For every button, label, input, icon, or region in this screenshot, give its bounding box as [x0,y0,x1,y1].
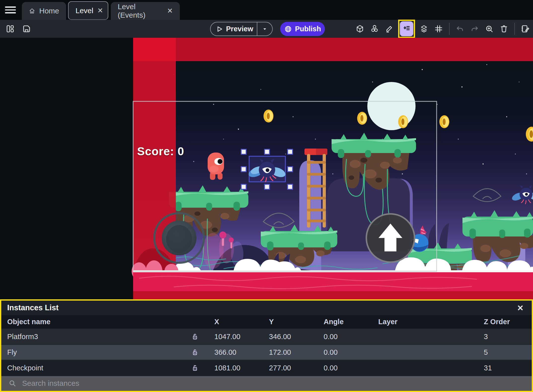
layers-icon [419,24,428,33]
column-header-angle[interactable]: Angle [317,318,371,326]
divider [514,23,515,35]
redo-button[interactable] [469,23,480,35]
scene-properties-icon [521,24,530,33]
chevron-down-icon [262,26,268,32]
instance-z-order: 31 [477,364,532,372]
preview-label: Preview [226,25,253,33]
canvas-outer-background [0,38,133,299]
edit-pencil-icon [385,24,394,33]
panel-title: Instances List [7,303,59,312]
red-band-top [133,38,533,61]
undo-icon [456,24,464,33]
layers-button[interactable] [418,23,430,35]
instance-angle: 0.00 [317,333,371,341]
zoom-in-button[interactable] [484,23,495,35]
close-tab-icon[interactable]: ✕ [97,7,103,14]
instances-list-button-highlighted[interactable] [398,20,415,38]
column-header-y[interactable]: Y [262,318,317,326]
bottom-band-upper [133,272,533,291]
coin-instance[interactable] [398,115,408,128]
unlock-icon [191,363,199,373]
object-groups-icon [370,24,379,33]
instance-y: 346.00 [262,333,317,341]
instance-name: Checkpoint [1,364,183,372]
instance-x: 1081.00 [207,364,262,372]
globe-icon [284,25,292,33]
trash-icon [499,24,508,33]
instance-angle: 0.00 [317,348,371,356]
delete-button[interactable] [498,23,510,35]
red-strip-bright [133,38,176,61]
table-row-platform3[interactable]: Platform3 1047.00 346.00 0.00 3 [1,329,532,344]
object-cube-icon [355,24,364,33]
tab-label: Home [39,7,59,15]
scene-editor-canvas[interactable]: Score: 0 22;723 [0,38,533,299]
column-header-object-name[interactable]: Object name [1,318,183,326]
scene-properties-button[interactable] [520,23,531,35]
lock-toggle[interactable] [183,332,207,341]
column-header-x[interactable]: X [207,318,262,326]
save-icon [22,24,31,33]
lock-toggle[interactable] [183,363,207,373]
tab-label: Level (Events) [118,2,163,19]
instance-z-order: 3 [477,333,532,341]
table-row-checkpoint[interactable]: Checkpoint 1081.00 277.00 0.00 31 [1,360,532,375]
tab-home[interactable]: Home [22,2,66,20]
instance-z-order: 5 [477,348,532,356]
instance-y: 172.00 [262,348,317,356]
publish-label: Publish [295,25,321,33]
moon[interactable] [367,82,416,130]
joystick-instance[interactable] [154,213,204,263]
play-icon [215,25,224,33]
lock-toggle[interactable] [183,348,207,357]
search-instances-input[interactable] [22,379,529,388]
tab-label: Level [76,6,93,15]
tab-level[interactable]: Level ✕ [68,1,108,20]
coin-instance[interactable] [264,110,273,122]
layout-panels-icon [6,24,15,33]
tab-bar: Home Level ✕ Level (Events) ✕ [0,0,533,20]
save-button[interactable] [21,23,32,35]
edit-pencil-button[interactable] [383,23,395,35]
column-header-layer[interactable]: Layer [371,318,477,326]
grid-button[interactable] [433,23,444,35]
preview-options-button[interactable] [257,26,272,32]
instance-angle: 0.00 [317,364,371,372]
grid-icon [434,24,443,33]
unlock-icon [191,348,199,357]
close-tab-icon[interactable]: ✕ [167,7,173,14]
close-icon: ✕ [517,303,524,313]
zoom-in-icon [485,24,494,33]
search-instances-bar[interactable] [1,376,532,391]
instance-x: 1047.00 [207,333,262,341]
scene-graphics [0,38,533,299]
coin-instance[interactable] [357,112,367,125]
close-panel-button[interactable]: ✕ [515,303,525,313]
redo-icon [470,24,479,33]
coin-instance[interactable] [439,115,449,128]
column-header-z-order[interactable]: Z Order [477,318,532,326]
instances-list-panel: Instances List ✕ Object name X Y Angle L… [0,299,533,392]
main-menu-button[interactable] [5,6,16,14]
divider [449,23,450,35]
tab-level-events[interactable]: Level (Events) ✕ [111,2,180,20]
jump-button-instance[interactable] [366,214,415,262]
unlock-icon [191,332,199,341]
search-icon [8,379,17,388]
table-row-fly-selected[interactable]: Fly 366.00 172.00 0.00 5 [1,345,532,360]
publish-button[interactable]: Publish [280,22,325,36]
instance-name: Platform3 [1,333,183,341]
instance-x: 366.00 [207,348,262,356]
edit-object-button[interactable] [354,23,366,35]
editor-toolbar: Preview Publish [0,20,533,38]
instances-table-header: Object name X Y Angle Layer Z Order [1,315,532,328]
instance-y: 277.00 [262,364,317,372]
preview-button[interactable]: Preview [210,22,273,36]
score-hud-text: Score: 0 [137,145,184,158]
undo-button[interactable] [454,23,466,35]
object-groups-button[interactable] [369,23,380,35]
instance-name: Fly [1,348,183,356]
instances-list-icon [402,24,412,34]
open-panels-button[interactable] [4,23,16,35]
gdevelop-editor-window: Home Level ✕ Level (Events) ✕ [0,0,533,392]
